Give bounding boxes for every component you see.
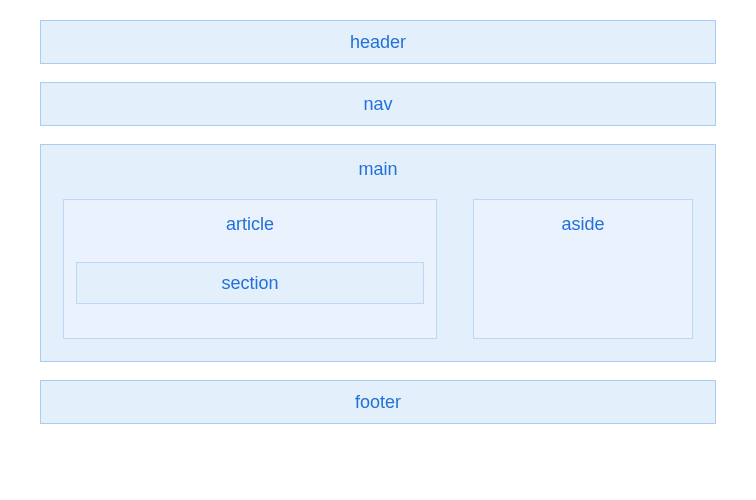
header-label: header xyxy=(350,32,406,52)
footer-label: footer xyxy=(355,392,401,412)
aside-label: aside xyxy=(474,210,692,238)
article-label: article xyxy=(76,210,424,238)
nav-block: nav xyxy=(40,82,716,126)
header-block: header xyxy=(40,20,716,64)
footer-block: footer xyxy=(40,380,716,424)
main-label: main xyxy=(63,155,693,183)
article-block: article section xyxy=(63,199,437,339)
main-inner: article section aside xyxy=(63,199,693,339)
aside-block: aside xyxy=(473,199,693,339)
nav-label: nav xyxy=(363,94,392,114)
section-block: section xyxy=(76,262,424,304)
main-block: main article section aside xyxy=(40,144,716,362)
section-label: section xyxy=(221,273,278,293)
